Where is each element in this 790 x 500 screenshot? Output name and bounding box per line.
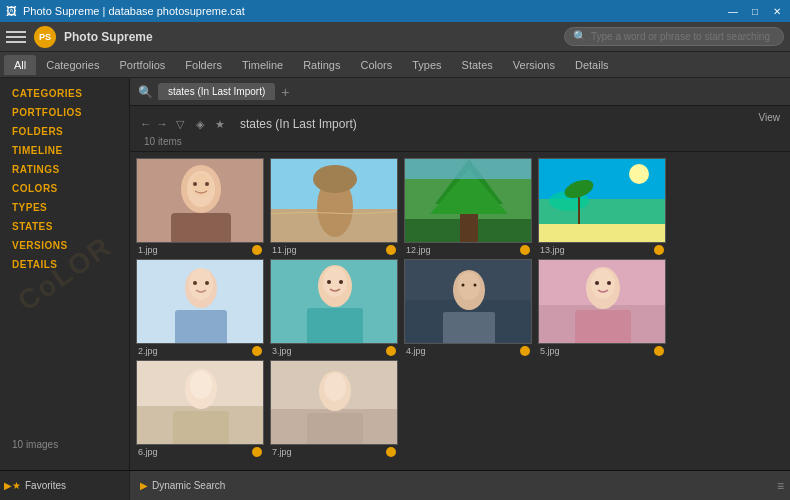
image-label-row-7: 7.jpg bbox=[270, 447, 398, 457]
titlebar-left: 🖼 Photo Supreme | database photosupreme.… bbox=[6, 5, 245, 17]
close-button[interactable]: ✕ bbox=[770, 4, 784, 18]
hamburger-menu-button[interactable] bbox=[6, 31, 26, 43]
image-thumb-2[interactable] bbox=[136, 259, 264, 344]
image-thumb-12[interactable] bbox=[404, 158, 532, 243]
content-item-count: 10 items bbox=[140, 136, 357, 147]
search-icon: 🔍 bbox=[573, 30, 587, 43]
breadcrumb-title: states (In Last Import) bbox=[232, 117, 357, 131]
nav-forward-arrow[interactable]: → bbox=[156, 117, 168, 131]
image-cell-12: 12.jpg bbox=[404, 158, 532, 255]
sidebar-image-count: 10 images bbox=[12, 439, 58, 450]
tab-versions[interactable]: Versions bbox=[503, 55, 565, 75]
sidebar-item-folders[interactable]: FOLDERS bbox=[0, 122, 129, 141]
image-color-dot-3 bbox=[386, 346, 396, 356]
image-thumb-11[interactable] bbox=[270, 158, 398, 243]
image-color-dot-11 bbox=[386, 245, 396, 255]
image-thumb-7[interactable] bbox=[270, 360, 398, 445]
image-thumb-3[interactable] bbox=[270, 259, 398, 344]
layers-icon[interactable]: ◈ bbox=[192, 116, 208, 132]
nav-back-arrow[interactable]: ← bbox=[140, 117, 152, 131]
image-cell-1: 1.jpg bbox=[136, 158, 264, 255]
image-color-dot-2 bbox=[252, 346, 262, 356]
svg-point-35 bbox=[339, 280, 343, 284]
tab-categories[interactable]: Categories bbox=[36, 55, 109, 75]
svg-rect-33 bbox=[307, 308, 363, 344]
content-tab-states[interactable]: states (In Last Import) bbox=[158, 83, 275, 100]
image-thumb-13[interactable] bbox=[538, 158, 666, 243]
dynamic-search-icon: ▶ bbox=[140, 480, 148, 491]
svg-rect-19 bbox=[539, 224, 666, 243]
sidebar-item-states[interactable]: STATES bbox=[0, 217, 129, 236]
star-icon[interactable]: ★ bbox=[212, 116, 228, 132]
app-icon: 🖼 bbox=[6, 5, 17, 17]
sidebar-item-details[interactable]: DETAILS bbox=[0, 255, 129, 274]
filter-icon[interactable]: ▽ bbox=[172, 116, 188, 132]
maximize-button[interactable]: □ bbox=[748, 4, 762, 18]
dynamic-search-row[interactable]: ▶ Dynamic Search bbox=[136, 478, 229, 493]
dynamic-search-bar: ▶ Dynamic Search ≡ bbox=[130, 471, 790, 500]
tab-portfolios[interactable]: Portfolios bbox=[109, 55, 175, 75]
dynamic-search-label: Dynamic Search bbox=[152, 480, 225, 491]
tab-details[interactable]: Details bbox=[565, 55, 619, 75]
image-row-1: 1.jpg bbox=[136, 158, 784, 255]
tab-folders[interactable]: Folders bbox=[175, 55, 232, 75]
image-label-row-12: 12.jpg bbox=[404, 245, 532, 255]
svg-point-28 bbox=[193, 281, 197, 285]
svg-rect-47 bbox=[575, 310, 631, 344]
image-color-dot-13 bbox=[654, 245, 664, 255]
image-label-row-13: 13.jpg bbox=[538, 245, 666, 255]
tab-states[interactable]: States bbox=[452, 55, 503, 75]
image-cell-4: 4.jpg bbox=[404, 259, 532, 356]
image-thumb-6[interactable] bbox=[136, 360, 264, 445]
svg-point-34 bbox=[327, 280, 331, 284]
image-thumb-4[interactable] bbox=[404, 259, 532, 344]
sidebar-item-ratings[interactable]: RATINGS bbox=[0, 160, 129, 179]
image-cell-7: 7.jpg bbox=[270, 360, 398, 457]
image-filename-5: 5.jpg bbox=[540, 346, 560, 356]
search-content-icon[interactable]: 🔍 bbox=[136, 83, 154, 101]
image-cell-2: 2.jpg bbox=[136, 259, 264, 356]
svg-rect-27 bbox=[175, 310, 227, 344]
sidebar-item-types[interactable]: TYPES bbox=[0, 198, 129, 217]
search-bar[interactable]: 🔍 bbox=[564, 27, 784, 46]
svg-rect-40 bbox=[443, 312, 495, 344]
tab-types[interactable]: Types bbox=[402, 55, 451, 75]
image-filename-6: 6.jpg bbox=[138, 447, 158, 457]
tab-ratings[interactable]: Ratings bbox=[293, 55, 350, 75]
content-tab-bar: states (In Last Import) + bbox=[158, 83, 784, 100]
favorites-label: Favorites bbox=[25, 480, 66, 491]
title-bar: 🖼 Photo Supreme | database photosupreme.… bbox=[0, 0, 790, 22]
tab-timeline[interactable]: Timeline bbox=[232, 55, 293, 75]
main-toolbar: PS Photo Supreme 🔍 bbox=[0, 22, 790, 52]
svg-rect-3 bbox=[171, 213, 231, 243]
image-color-dot-7 bbox=[386, 447, 396, 457]
tab-all[interactable]: All bbox=[4, 55, 36, 75]
image-filename-1: 1.jpg bbox=[138, 245, 158, 255]
sidebar-item-versions[interactable]: VERSIONS bbox=[0, 236, 129, 255]
main-layout: CoLOR CATEGORIES PORTFOLIOS FOLDERS TIME… bbox=[0, 78, 790, 470]
image-filename-7: 7.jpg bbox=[272, 447, 292, 457]
svg-rect-16 bbox=[405, 159, 532, 179]
sidebar-item-colors[interactable]: COLORS bbox=[0, 179, 129, 198]
view-button[interactable]: View bbox=[759, 112, 781, 123]
expand-icon[interactable]: ≡ bbox=[777, 479, 784, 493]
image-filename-13: 13.jpg bbox=[540, 245, 565, 255]
sidebar-item-portfolios[interactable]: PORTFOLIOS bbox=[0, 103, 129, 122]
image-label-row-6: 6.jpg bbox=[136, 447, 264, 457]
sidebar-bottom-section: ▶★ Favorites bbox=[0, 471, 130, 500]
image-color-dot-1 bbox=[252, 245, 262, 255]
minimize-button[interactable]: — bbox=[726, 4, 740, 18]
sidebar-item-categories[interactable]: CATEGORIES bbox=[0, 84, 129, 103]
tab-colors[interactable]: Colors bbox=[350, 55, 402, 75]
image-thumb-1[interactable] bbox=[136, 158, 264, 243]
svg-point-42 bbox=[474, 284, 477, 287]
image-label-row-2: 2.jpg bbox=[136, 346, 264, 356]
image-row-3: 6.jpg 7.jpg bbox=[136, 360, 784, 457]
image-thumb-5[interactable] bbox=[538, 259, 666, 344]
sidebar-item-timeline[interactable]: TIMELINE bbox=[0, 141, 129, 160]
favorites-row[interactable]: ▶★ Favorites bbox=[0, 478, 129, 493]
search-input[interactable] bbox=[591, 31, 775, 42]
image-label-row-1: 1.jpg bbox=[136, 245, 264, 255]
add-tab-button[interactable]: + bbox=[277, 84, 293, 100]
image-color-dot-6 bbox=[252, 447, 262, 457]
